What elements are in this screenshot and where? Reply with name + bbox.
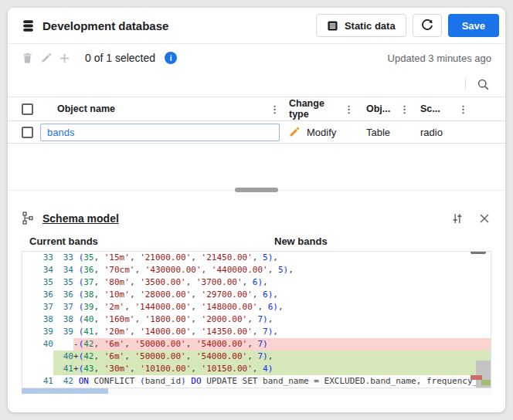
object-name-input[interactable] — [40, 124, 280, 141]
database-panel: Development database Static data — [8, 8, 505, 412]
diff-editor: 3333 (35, '15m', '21000.00', '21450.00',… — [22, 251, 491, 388]
database-icon — [22, 19, 35, 32]
schema-icon — [22, 212, 35, 225]
modify-pencil-icon[interactable] — [289, 127, 300, 137]
diff-overview-added-marker — [481, 380, 491, 385]
save-button[interactable]: Save — [448, 14, 499, 37]
diff-line: 3939 (41, '20m', '14000.00', '14350.00',… — [22, 326, 491, 338]
diff-line: 40-(42, '6m', '50000.00', '54000.00', 7) — [22, 338, 491, 351]
change-type-value: Modify — [307, 127, 336, 138]
diff-overview-removed-marker — [471, 375, 482, 380]
new-version-label: New bands — [274, 235, 328, 247]
diff-line: 3737 (39, '2m', '144000.00', '148000.00'… — [22, 301, 491, 313]
schema-model-link[interactable]: Schema model — [42, 212, 119, 225]
info-icon[interactable]: i — [165, 52, 177, 64]
column-menu-icon[interactable]: ⋮ — [457, 104, 470, 114]
header-checkbox[interactable] — [22, 103, 33, 115]
diff-line: 41+(43, '30m', '10100.00', '10150.00', 4… — [22, 363, 491, 375]
diff-line: 40+(42, '6m', '50000.00', '54000.00', 7)… — [22, 351, 491, 363]
delete-icon[interactable] — [22, 52, 33, 64]
column-header-object-name: Object name — [40, 103, 115, 114]
edit-icon[interactable] — [40, 52, 52, 64]
horizontal-scrollbar-thumb[interactable] — [22, 388, 108, 394]
diff-line: 3838 (40, '160m', '1800.00', '2000.00', … — [22, 313, 491, 326]
schema-value: radio — [420, 127, 443, 138]
column-header-sc: Sc... — [420, 103, 440, 114]
refresh-icon — [421, 19, 433, 32]
current-version-label: Current bands — [29, 235, 274, 247]
diff-labels: Current bands New bands — [8, 231, 505, 251]
search-divider — [465, 79, 466, 90]
column-header-change-type: Change type — [289, 98, 342, 120]
table-row[interactable]: Modify Table radio — [8, 121, 505, 144]
refresh-button[interactable] — [413, 14, 442, 37]
panel-spacer — [8, 144, 505, 191]
table-header-row: Object name ⋮ Change type ⋮ Obj... ⋮ Sc.… — [8, 97, 505, 121]
static-data-icon — [327, 20, 338, 32]
add-icon[interactable] — [59, 52, 70, 64]
schema-panel-header: Schema model — [8, 191, 505, 231]
resize-drag-handle[interactable] — [235, 188, 278, 192]
diff-line: 3434 (36, '70cm', '430000.00', '440000.0… — [22, 264, 491, 276]
row-checkbox[interactable] — [22, 127, 33, 138]
selection-count: 0 of 1 selected — [85, 52, 155, 64]
scrollbar-top-marker[interactable] — [471, 251, 486, 254]
close-icon[interactable] — [479, 213, 490, 224]
bottom-filler — [8, 395, 505, 412]
diff-line: 3333 (35, '15m', '21000.00', '21450.00',… — [22, 252, 491, 264]
diff-line: 3535 (37, '80m', '3500.00', '3700.00', 6… — [22, 276, 491, 289]
search-icon[interactable] — [477, 78, 490, 91]
change-type-cell: Modify — [289, 127, 336, 138]
column-menu-icon[interactable]: ⋮ — [342, 104, 355, 114]
horizontal-scrollbar[interactable] — [22, 388, 491, 395]
column-header-obj: Obj... — [366, 103, 390, 114]
diff-line: 3636 (38, '10m', '28000.00', '29700.00',… — [22, 289, 491, 301]
search-bar — [8, 72, 505, 97]
column-menu-icon[interactable]: ⋮ — [398, 104, 411, 114]
diff-line: 4142 ON CONFLICT (band_id) DO UPDATE SET… — [22, 375, 491, 388]
bulk-toolbar: 0 of 1 selected i Updated 3 minutes ago — [8, 44, 505, 72]
column-menu-icon[interactable]: ⋮ — [268, 104, 281, 114]
updated-timestamp: Updated 3 minutes ago — [388, 52, 491, 64]
app-header: Development database Static data — [8, 8, 505, 44]
page-title: Development database — [42, 19, 168, 32]
object-type-value: Table — [366, 127, 390, 138]
static-data-button[interactable]: Static data — [316, 14, 406, 37]
diff-code: 3333 (35, '15m', '21000.00', '21450.00',… — [22, 252, 491, 388]
tune-icon[interactable] — [451, 212, 464, 225]
